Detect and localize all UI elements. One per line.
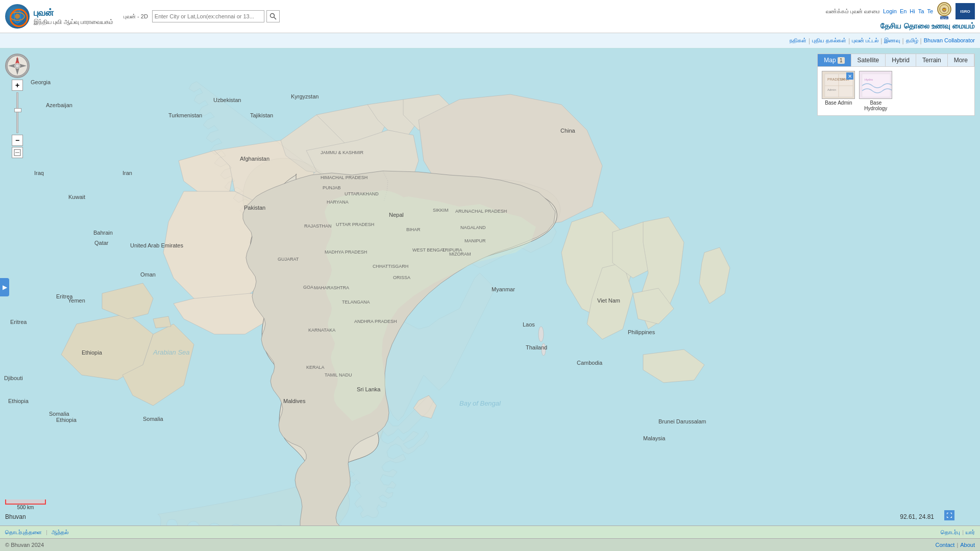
- country-somalia2: Somalia: [143, 416, 164, 422]
- country-laos: Laos: [523, 321, 535, 328]
- country-afghanistan: Afghanistan: [240, 156, 270, 162]
- top-links: வண்க்கம் புவன் வசமை Login En Hi Ta Te 🦁 …: [826, 2, 975, 20]
- country-azerbaijan: Azerbaijan: [46, 102, 72, 108]
- status-right-link-1[interactable]: தொடர்பு: [941, 529, 960, 536]
- map-container[interactable]: Iraq Iran Georgia Azerbaijan Turkmenista…: [0, 48, 980, 525]
- svg-text:MANIPUR: MANIPUR: [464, 238, 486, 243]
- toolbar-link-2[interactable]: புதிய தகல்கள்: [812, 37, 846, 44]
- layer-thumb-admin[interactable]: PRADESH YANA Admin ✕ Base Admin: [822, 71, 855, 111]
- logo-area: புவன் இந்திய புவி ஆய்வு பாராவையகம்: [5, 4, 113, 29]
- svg-text:Hydro: Hydro: [865, 78, 873, 81]
- isro-logo: ISRO: [955, 3, 975, 19]
- country-uae: United Arab Emirates: [130, 242, 183, 248]
- country-thailand: Thailand: [526, 344, 547, 350]
- country-uzbekistan: Uzbekistan: [213, 97, 241, 103]
- tab-terrain[interactable]: Terrain: [916, 54, 948, 66]
- footer-link-contact[interactable]: Contact: [935, 542, 954, 548]
- country-myanmar: Myanmar: [492, 286, 515, 292]
- country-tajikistan: Tajikistan: [250, 112, 273, 118]
- svg-text:🦁: 🦁: [942, 7, 947, 12]
- svg-point-78: [15, 64, 19, 68]
- compass-rose[interactable]: N: [5, 54, 30, 78]
- sidebar-toggle-button[interactable]: ▶: [0, 278, 9, 296]
- country-ethiopia2: Ethiopia: [8, 398, 29, 404]
- svg-text:KARNATAKA: KARNATAKA: [308, 328, 335, 333]
- tab-map[interactable]: Map 1: [818, 54, 851, 66]
- collapse-nav-button[interactable]: [12, 147, 23, 158]
- svg-text:PUNJAB: PUNJAB: [323, 185, 341, 190]
- fullscreen-button[interactable]: [944, 510, 954, 520]
- layer-label-hydro: Base Hydrology: [859, 100, 892, 111]
- zoom-slider[interactable]: [16, 92, 18, 133]
- svg-text:HARYANA: HARYANA: [327, 199, 349, 205]
- country-somalia: Somalia: [49, 411, 70, 417]
- map-svg: Iraq Iran Georgia Azerbaijan Turkmenista…: [0, 48, 980, 525]
- country-turkmenistan: Turkmenistan: [168, 112, 202, 118]
- status-right-link-2[interactable]: யார்: [966, 529, 975, 536]
- toolbar-link-1[interactable]: நதிகள்: [790, 37, 806, 44]
- layer-panel: Map 1 Satellite Hybrid Terrain More PRAD…: [817, 54, 975, 116]
- toolbar-link-4[interactable]: இணவு: [884, 37, 900, 44]
- scale-label: 500 km: [5, 505, 46, 510]
- svg-text:RAJASTHAN: RAJASTHAN: [304, 223, 332, 229]
- svg-point-43: [538, 327, 544, 342]
- country-kyrgyzstan: Kyrgyzstan: [291, 93, 318, 99]
- svg-text:TELANGANA: TELANGANA: [342, 299, 370, 305]
- tab-satellite[interactable]: Satellite: [851, 54, 886, 66]
- search-input[interactable]: [152, 10, 264, 22]
- zoom-in-button[interactable]: +: [12, 80, 23, 91]
- country-maldives: Maldives: [283, 398, 306, 404]
- toolbar-link-6[interactable]: Bhuvan Collaborator: [924, 37, 975, 44]
- header-right: வண்க்கம் புவன் வசமை Login En Hi Ta Te 🦁 …: [826, 2, 975, 31]
- toolbar-link-3[interactable]: புவன் பட்டல்: [852, 37, 878, 44]
- mode-label: புவன் - 2D: [124, 13, 148, 20]
- layer-thumb-hydro[interactable]: Hydro Base Hydrology: [859, 71, 892, 111]
- country-cambodia: Cambodia: [577, 360, 603, 366]
- svg-text:MADHYA PRADESH: MADHYA PRADESH: [325, 249, 367, 255]
- tab-more[interactable]: More: [948, 54, 974, 66]
- svg-text:Bay of Bengal: Bay of Bengal: [459, 399, 501, 407]
- bhuvan-app-label: Bhuvan: [5, 513, 26, 520]
- lang-ta[interactable]: Ta: [918, 8, 924, 14]
- layer-close-admin[interactable]: ✕: [846, 72, 853, 80]
- svg-text:N: N: [16, 58, 18, 61]
- country-oman: Oman: [140, 271, 156, 278]
- toolbar-link-5[interactable]: தமிழ்: [906, 37, 918, 44]
- status-link-2[interactable]: ஆந்தல்: [52, 529, 68, 536]
- svg-text:ARUNACHAL PRADESH: ARUNACHAL PRADESH: [455, 209, 507, 214]
- svg-text:MIZORAM: MIZORAM: [449, 252, 471, 257]
- login-link[interactable]: Login: [883, 8, 897, 14]
- svg-point-1: [10, 12, 24, 20]
- country-kuwait: Kuwait: [68, 194, 85, 200]
- lang-hi[interactable]: Hi: [910, 8, 915, 14]
- center-title: தேசிய தொலை உணவு மையம்: [880, 21, 975, 31]
- search-button[interactable]: [266, 10, 280, 22]
- tab-hybrid[interactable]: Hybrid: [886, 54, 916, 66]
- zoom-out-button[interactable]: −: [12, 135, 23, 146]
- footer: © Bhuvan 2024 Contact | About: [0, 538, 980, 551]
- svg-text:UTTARAKHAND: UTTARAKHAND: [345, 191, 379, 196]
- status-link-1[interactable]: தொடர்புத்தளை: [5, 529, 42, 536]
- toolbar-links: நதிகள் | புதிய தகல்கள் | புவன் பட்டல் | …: [790, 37, 975, 44]
- scale-bar: 500 km: [5, 499, 46, 510]
- lang-en[interactable]: En: [900, 8, 906, 14]
- layer-label-admin: Base Admin: [822, 100, 855, 106]
- svg-text:HIMACHAL PRADESH: HIMACHAL PRADESH: [321, 175, 368, 180]
- status-bar: தொடர்புத்தளை | ஆந்தல் தொடர்பு | யார்: [0, 525, 980, 538]
- logo-text: புவன் இந்திய புவி ஆய்வு பாராவையகம்: [34, 8, 113, 26]
- emblem-icon: 🦁 INDIA: [936, 2, 952, 20]
- footer-right: Contact | About: [935, 542, 975, 548]
- logo-subtitle: இந்திய புவி ஆய்வு பாராவையகம்: [34, 18, 113, 26]
- layer-tabs: Map 1 Satellite Hybrid Terrain More: [818, 54, 974, 67]
- country-ethiopia3: Ethiopia: [56, 417, 77, 423]
- footer-link-about[interactable]: About: [960, 542, 975, 548]
- svg-point-0: [10, 9, 24, 23]
- svg-text:UTTAR PRADESH: UTTAR PRADESH: [336, 222, 374, 227]
- svg-point-2: [15, 14, 20, 19]
- svg-text:TAMIL NADU: TAMIL NADU: [325, 372, 352, 378]
- country-brunei: Brunei Darussalam: [658, 418, 706, 424]
- lang-te[interactable]: Te: [927, 8, 933, 14]
- svg-text:ANDHRA PRADESH: ANDHRA PRADESH: [354, 319, 397, 324]
- zoom-handle[interactable]: [14, 108, 21, 112]
- svg-text:NAGALAND: NAGALAND: [460, 225, 486, 230]
